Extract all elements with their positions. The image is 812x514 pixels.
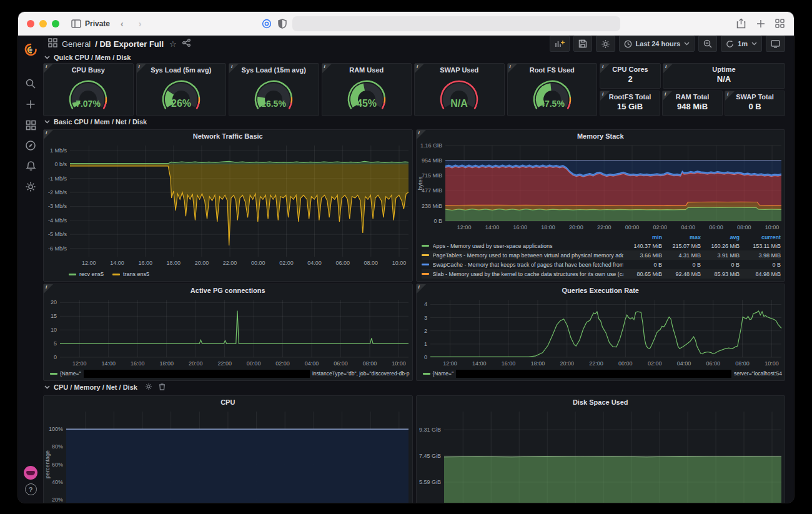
dashboard-settings-button[interactable]: [596, 36, 615, 52]
queries-legend[interactable]: {Name=" server="localhost:54: [417, 368, 785, 380]
network-traffic-chart[interactable]: 1 Mb/s0 b/s-1 Mb/s-2 Mb/s-3 Mb/s-4 Mb/s-…: [44, 142, 412, 267]
svg-text:-1 Mb/s: -1 Mb/s: [48, 175, 67, 182]
svg-text:08:00: 08:00: [364, 260, 379, 266]
legend-apps[interactable]: Apps - Memory used by user-space applica…: [422, 241, 781, 250]
svg-text:16:00: 16:00: [138, 260, 152, 266]
svg-text:3: 3: [423, 315, 427, 321]
extension-badge-icon[interactable]: [261, 18, 272, 29]
close-window-button[interactable]: [27, 20, 34, 27]
grafana-logo[interactable]: [22, 42, 39, 58]
svg-text:10:00: 10:00: [392, 260, 407, 266]
user-avatar[interactable]: [24, 466, 37, 480]
panel-info-icon[interactable]: i: [508, 64, 517, 73]
panel-cpu-busy: i CPU Busy 7.07%: [43, 63, 134, 116]
panel-info-icon[interactable]: i: [229, 64, 239, 73]
panel-info-icon[interactable]: i: [600, 64, 610, 73]
address-bar[interactable]: [292, 16, 620, 31]
svg-text:04:00: 04:00: [676, 360, 691, 367]
row-cpu-memory-net-disk[interactable]: CPU / Memory / Net / Disk: [44, 383, 785, 392]
legend-swapcache[interactable]: SwapCache - Memory that keeps track of p…: [422, 260, 781, 269]
star-icon[interactable]: ☆: [169, 39, 177, 49]
alerting-bell-icon[interactable]: [22, 158, 39, 174]
svg-text:20:00: 20:00: [195, 260, 209, 266]
panel-info-icon[interactable]: i: [415, 64, 424, 73]
panel-info-icon[interactable]: i: [600, 91, 610, 101]
panel-info-icon[interactable]: i: [44, 64, 53, 73]
panel-info-icon[interactable]: i: [44, 284, 53, 294]
svg-text:22:00: 22:00: [589, 360, 603, 367]
svg-text:2: 2: [423, 328, 427, 334]
svg-text:0 b/s: 0 b/s: [54, 161, 67, 167]
time-range-picker[interactable]: Last 24 hours: [619, 36, 695, 52]
root-fs-used-gauge: 47.5%: [508, 76, 597, 116]
create-icon[interactable]: [22, 96, 39, 112]
shield-icon[interactable]: [277, 18, 287, 29]
panel-info-icon[interactable]: i: [137, 64, 146, 73]
row-settings-gear-icon[interactable]: [145, 383, 152, 392]
sys-load-15m-gauge: 16.5%: [229, 76, 319, 116]
dashboard-title[interactable]: / DB Exporter Full: [95, 39, 164, 49]
dashboard-toolbar: Last 24 hours 1m: [550, 36, 785, 52]
new-tab-icon[interactable]: [755, 18, 766, 29]
back-button[interactable]: ‹: [116, 19, 128, 29]
panel-info-icon[interactable]: i: [417, 130, 426, 139]
panel-info-icon[interactable]: i: [663, 64, 673, 73]
tab-overview-icon[interactable]: [775, 18, 785, 29]
dashboards-icon[interactable]: [22, 117, 39, 133]
svg-text:20%: 20%: [52, 497, 63, 503]
panel-info-icon[interactable]: i: [322, 64, 332, 73]
kiosk-mode-button[interactable]: [766, 36, 785, 52]
panel-info-icon[interactable]: i: [44, 130, 53, 139]
svg-text:14:00: 14:00: [101, 360, 116, 367]
row-quick-cpu[interactable]: Quick CPU / Mem / Disk: [44, 54, 785, 61]
svg-text:12:00: 12:00: [443, 360, 457, 367]
breadcrumb-folder[interactable]: General: [62, 39, 91, 49]
legend-pagetables[interactable]: PageTables - Memory used to map between …: [422, 250, 781, 260]
svg-text:00:00: 00:00: [247, 360, 261, 367]
legend-slab[interactable]: Slab - Memory used by the kernel to cach…: [422, 269, 781, 279]
svg-text:715 MiB: 715 MiB: [421, 172, 442, 179]
row-delete-trash-icon[interactable]: [159, 383, 166, 392]
pg-connections-chart[interactable]: 2015105012:0014:0016:0018:0020:0022:0000…: [44, 296, 412, 368]
cpu-chart[interactable]: 100%80%60%40%20%0%percentage: [44, 408, 412, 503]
legend-recv-ens5[interactable]: recv ens5: [69, 271, 104, 277]
svg-text:7.45 GiB: 7.45 GiB: [418, 453, 440, 459]
svg-text:9.31 GiB: 9.31 GiB: [418, 427, 440, 433]
forward-button[interactable]: ›: [134, 19, 146, 29]
svg-text:-4 Mb/s: -4 Mb/s: [48, 217, 67, 224]
share-dashboard-icon[interactable]: [182, 39, 191, 49]
cpu-busy-gauge: 7.07%: [44, 76, 133, 116]
sys-load-5m-gauge: 26%: [137, 76, 226, 116]
explore-compass-icon[interactable]: [22, 137, 39, 154]
refresh-picker[interactable]: 1m: [721, 36, 762, 52]
share-icon[interactable]: [736, 18, 746, 29]
svg-text:0 B: 0 B: [433, 218, 442, 224]
panel-info-icon[interactable]: i: [663, 91, 672, 101]
add-panel-button[interactable]: [550, 36, 570, 52]
save-dashboard-button[interactable]: [573, 36, 592, 52]
svg-text:00:00: 00:00: [251, 260, 265, 266]
configuration-gear-icon[interactable]: [22, 179, 39, 195]
sidebar-toggle-icon[interactable]: [71, 18, 81, 29]
help-icon[interactable]: ?: [25, 483, 37, 495]
panel-info-icon[interactable]: i: [725, 91, 735, 101]
disk-space-chart[interactable]: 9.31 GiB7.45 GiB5.59 GiB: [417, 408, 785, 503]
legend-trans-ens5[interactable]: trans ens5: [112, 271, 149, 277]
redaction-bar: [456, 370, 731, 378]
minimize-window-button[interactable]: [39, 20, 47, 27]
row-basic-cpu[interactable]: Basic CPU / Mem / Net / Disk: [44, 118, 785, 126]
refresh-interval-label: 1m: [738, 40, 748, 47]
swap-used-gauge: N/A: [415, 76, 504, 116]
memory-stack-chart[interactable]: 1.16 GiB954 MiB715 MiB477 MiB238 MiB0 B1…: [417, 142, 785, 232]
svg-text:00:00: 00:00: [625, 224, 639, 230]
pg-legend[interactable]: {Name=" instanceType="db", job="discover…: [44, 368, 412, 380]
svg-text:1.16 GiB: 1.16 GiB: [420, 142, 442, 149]
svg-text:00:00: 00:00: [618, 360, 633, 367]
zoom-window-button[interactable]: [52, 20, 59, 27]
search-icon[interactable]: [22, 76, 39, 92]
svg-text:45%: 45%: [357, 98, 377, 109]
queries-rate-chart[interactable]: 4321012:0014:0016:0018:0020:0022:0000:00…: [417, 296, 785, 368]
zoom-out-time-button[interactable]: [698, 36, 717, 52]
panel-info-icon[interactable]: i: [417, 284, 426, 294]
svg-text:80%: 80%: [52, 443, 63, 450]
